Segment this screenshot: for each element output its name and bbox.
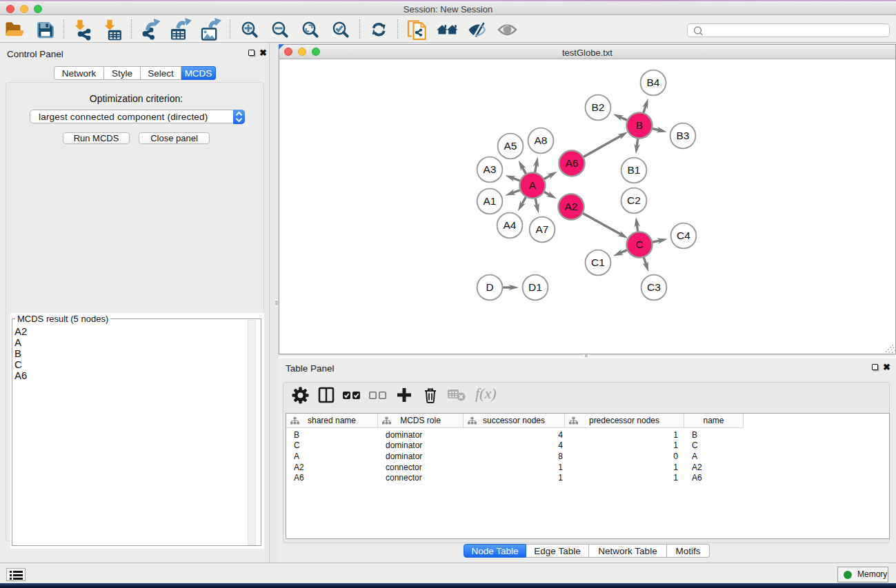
svg-text:C: C — [635, 239, 643, 250]
svg-text:A7: A7 — [536, 223, 549, 235]
svg-text:C2: C2 — [627, 194, 641, 206]
svg-text:A2: A2 — [565, 201, 578, 212]
svg-text:A6: A6 — [566, 157, 579, 169]
svg-text:A1: A1 — [484, 195, 497, 207]
svg-text:B3: B3 — [677, 130, 690, 141]
svg-text:A5: A5 — [504, 140, 517, 152]
svg-text:C1: C1 — [591, 256, 605, 268]
svg-text:B2: B2 — [592, 101, 605, 113]
svg-text:B1: B1 — [628, 164, 641, 176]
svg-text:B: B — [636, 119, 643, 131]
svg-text:A4: A4 — [504, 219, 517, 231]
svg-text:D1: D1 — [528, 281, 542, 293]
svg-text:C3: C3 — [647, 281, 661, 293]
svg-text:D: D — [486, 281, 493, 293]
svg-text:C4: C4 — [677, 230, 690, 241]
svg-text:A3: A3 — [484, 163, 497, 175]
svg-text:A8: A8 — [535, 134, 548, 146]
svg-text:A: A — [529, 179, 537, 191]
svg-text:B4: B4 — [647, 77, 660, 88]
